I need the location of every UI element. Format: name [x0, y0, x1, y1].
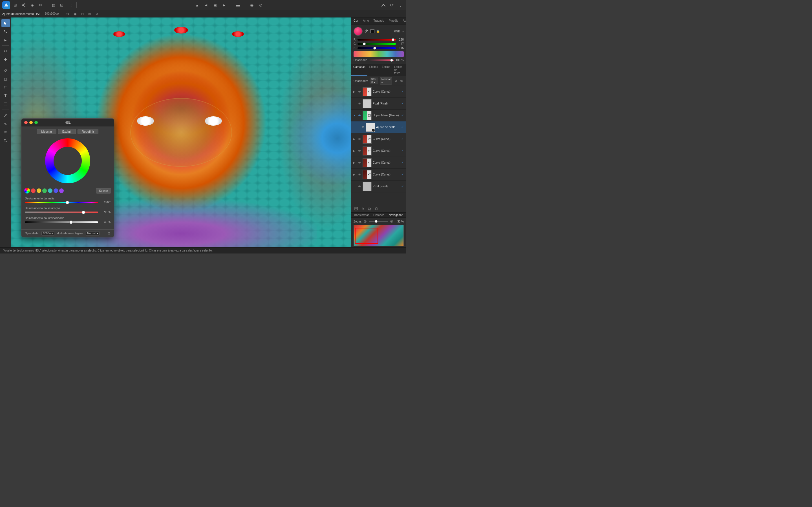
foreground-swatch[interactable]	[370, 29, 374, 33]
hsl-select-button[interactable]: Seletor	[96, 188, 111, 193]
layer-check-icon[interactable]: ✓	[400, 102, 404, 106]
tool-transform[interactable]: ►	[1, 36, 10, 44]
hsl-merge-button[interactable]: Mesclar	[37, 129, 56, 134]
tool-zoom[interactable]	[1, 136, 10, 145]
layer-expand-icon[interactable]: ▶	[353, 137, 356, 140]
layer-visibility-icon[interactable]	[357, 137, 361, 141]
tool-vector[interactable]: ∿	[1, 120, 10, 128]
layer-expand-icon[interactable]: ▶	[353, 173, 356, 176]
navigator-viewport[interactable]	[355, 228, 378, 244]
blue-swatch[interactable]	[54, 188, 58, 193]
navigator-preview[interactable]	[354, 225, 404, 246]
toolbar-text-icon[interactable]: ▬	[235, 2, 241, 8]
layer-check-icon[interactable]: ✓	[400, 173, 404, 177]
teal-swatch[interactable]	[48, 188, 52, 193]
layer-visibility-icon[interactable]	[357, 149, 361, 153]
opacity-thumb[interactable]	[390, 59, 393, 62]
layers-tab-efeitos[interactable]: Efeitos	[367, 64, 380, 76]
layers-tab-estilos[interactable]: Estilos	[380, 64, 392, 76]
layers-opacity-dropdown[interactable]: 100 % ▾	[370, 77, 378, 84]
toolbar-arrange1-icon[interactable]: ▲	[194, 2, 200, 8]
layer-item[interactable]: ▶ Pixel (Pixel) ✓	[351, 98, 406, 110]
layer-add-icon[interactable]	[367, 206, 372, 211]
layer-item[interactable]: ▶ Curva (Curva) ✓	[351, 169, 406, 180]
layer-check-icon[interactable]: ✓	[400, 149, 404, 153]
layer-delete-icon[interactable]	[374, 206, 379, 211]
view-mode5-icon[interactable]: ⊘	[94, 11, 100, 17]
hsl-settings-icon[interactable]: ⚙	[107, 231, 110, 235]
opacity-slider[interactable]	[369, 59, 394, 61]
green-swatch[interactable]	[42, 188, 47, 193]
toolbar-mode2-icon[interactable]: ✉	[37, 2, 44, 8]
layer-expand-icon[interactable]: ▼	[353, 114, 356, 117]
zoom-slider[interactable]	[369, 221, 388, 222]
layer-visibility-icon[interactable]	[357, 102, 361, 106]
layers-tab-camadas[interactable]: Camadas	[351, 64, 367, 76]
layer-item[interactable]: ▶ Curva (Curva) ✓	[351, 133, 406, 145]
layer-check-icon[interactable]: ✓	[400, 125, 404, 129]
layer-item[interactable]: ▶ Curva (Curva) ✓	[351, 145, 406, 157]
maximize-button[interactable]	[35, 121, 38, 124]
lum-slider[interactable]	[25, 221, 98, 223]
g-thumb[interactable]	[363, 43, 366, 45]
layer-item[interactable]: ▶ Pixel (Pixel) ✓	[351, 180, 406, 192]
zoom-minus-icon[interactable]	[363, 219, 368, 224]
toolbar-sync-icon[interactable]: ⟳	[389, 2, 395, 8]
toolbar-mode1-icon[interactable]: ◈	[29, 2, 36, 8]
close-button[interactable]	[24, 121, 28, 124]
toolbar-arrange4-icon[interactable]: ►	[221, 2, 227, 8]
layers-settings-icon[interactable]: ⚙	[394, 78, 398, 83]
layer-visibility-icon[interactable]	[361, 125, 365, 129]
layers-blend-dropdown[interactable]: Normal ▾	[380, 77, 392, 84]
tool-shape[interactable]	[1, 100, 10, 108]
b-thumb[interactable]	[373, 47, 376, 50]
view-mode3-icon[interactable]: ⊡	[80, 11, 85, 17]
tab-stroke[interactable]: Traçado	[371, 17, 387, 24]
all-colors-swatch[interactable]	[24, 188, 30, 193]
layer-visibility-icon[interactable]	[357, 161, 361, 165]
layer-check-icon[interactable]: ✓	[400, 114, 404, 117]
toolbar-more-icon[interactable]: ⋮	[397, 2, 404, 8]
tool-paint[interactable]	[1, 66, 10, 74]
tab-color[interactable]: Cor	[351, 17, 361, 24]
toolbar-grid-icon[interactable]: ▦	[50, 2, 57, 8]
tool-pen[interactable]	[1, 111, 10, 119]
view-mode1-icon[interactable]: ⊙	[65, 11, 70, 17]
toolbar-arrange2-icon[interactable]: ◄	[203, 2, 209, 8]
tool-crop[interactable]: ✂	[1, 47, 10, 55]
eyedropper-icon[interactable]	[364, 29, 369, 34]
layer-expand-all-icon[interactable]	[354, 206, 359, 211]
hsl-blend-dropdown[interactable]: Normal ▾	[86, 231, 100, 235]
yellow-swatch[interactable]	[37, 188, 41, 193]
r-thumb[interactable]	[392, 38, 395, 41]
tab-transform[interactable]: Transformar	[351, 213, 371, 217]
layer-visibility-icon[interactable]	[357, 114, 361, 117]
layer-expand-icon[interactable]: ▶	[353, 161, 356, 164]
sat-thumb[interactable]	[82, 211, 85, 214]
lock-icon[interactable]: 🔒	[376, 30, 380, 33]
layers-tab-estilos-texto[interactable]: Estilos de texto	[392, 64, 406, 76]
color-gradient-bar[interactable]	[354, 51, 404, 57]
layer-check-icon[interactable]: ✓	[400, 137, 404, 141]
layer-expand-icon[interactable]: ▶	[353, 90, 356, 93]
layer-item[interactable]: ▼ Upper Mane (Grupo) ✓	[351, 110, 406, 121]
toolbar-crop-icon[interactable]: ⬚	[67, 2, 73, 8]
tool-select[interactable]	[1, 19, 10, 27]
color-preview-swatch[interactable]	[354, 27, 363, 36]
tool-erase[interactable]: ◻	[1, 75, 10, 83]
layer-check-icon[interactable]: ✓	[400, 184, 404, 188]
view-mode2-icon[interactable]: ◉	[72, 11, 78, 17]
tab-swatches[interactable]: Amo	[361, 17, 371, 24]
b-slider[interactable]	[357, 47, 396, 49]
sat-slider[interactable]	[25, 212, 98, 213]
minimize-button[interactable]	[29, 121, 33, 124]
toolbar-frame-icon[interactable]: ⊡	[58, 2, 65, 8]
g-slider[interactable]	[357, 43, 396, 45]
tool-text[interactable]: T	[1, 92, 10, 100]
toolbar-user-icon[interactable]	[380, 2, 387, 8]
layer-visibility-icon[interactable]	[357, 90, 361, 94]
layers-fx-icon[interactable]: fx	[399, 78, 404, 83]
hsl-opacity-dropdown[interactable]: 100 % ▾	[42, 231, 54, 235]
layer-fx-icon[interactable]: fx	[360, 206, 365, 211]
tab-navigator[interactable]: Navegador	[387, 213, 405, 217]
